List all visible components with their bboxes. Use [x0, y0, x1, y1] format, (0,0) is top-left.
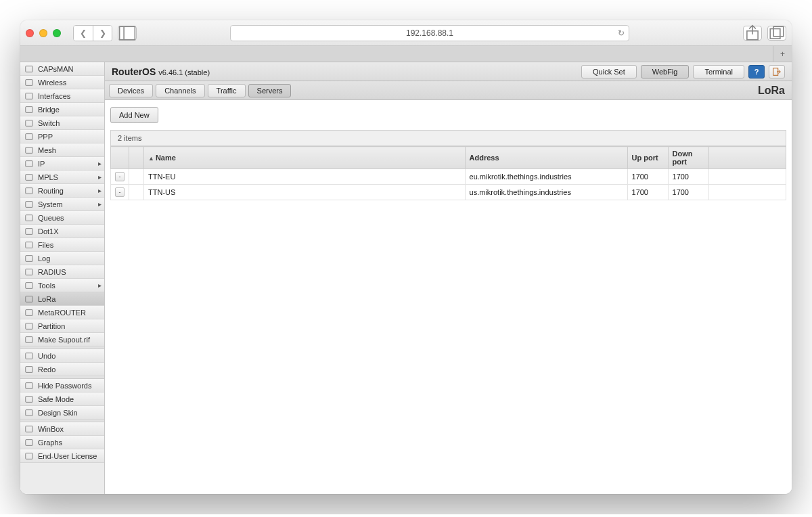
svg-rect-0 [120, 26, 135, 40]
sidebar-item-routing[interactable]: Routing▸ [20, 184, 104, 198]
quick-set-button[interactable]: Quick Set [581, 65, 637, 78]
col-blank[interactable] [129, 147, 144, 169]
sidebar-item-queues[interactable]: Queues [20, 211, 104, 225]
menu-icon [24, 281, 34, 290]
menu-icon [24, 321, 34, 331]
svg-rect-4 [773, 26, 784, 37]
forward-button[interactable]: ❯ [93, 26, 112, 41]
menu-icon [24, 213, 34, 223]
tab-servers[interactable]: Servers [248, 84, 292, 97]
tab-traffic[interactable]: Traffic [208, 84, 246, 97]
sidebar-item-label: Dot1X [38, 227, 59, 235]
svg-rect-5 [26, 66, 33, 72]
reload-icon[interactable]: ↻ [618, 28, 625, 38]
cell-up-port: 1700 [627, 169, 668, 185]
sidebar-item-label: Switch [38, 119, 60, 127]
sidebar-item-label: Queues [38, 214, 64, 222]
sidebar-item-bridge[interactable]: Bridge [20, 103, 104, 116]
svg-rect-18 [26, 242, 33, 248]
sidebar-item-ip[interactable]: IP▸ [20, 157, 104, 171]
sidebar-item-end-user-license[interactable]: End-User License [20, 449, 104, 463]
item-count: 2 items [110, 130, 786, 146]
terminal-button[interactable]: Terminal [693, 65, 744, 78]
sidebar-item-metarouter[interactable]: MetaROUTER [20, 306, 104, 319]
cell-up-port: 1700 [627, 185, 668, 200]
table-row[interactable]: -TTN-USus.mikrotik.thethings.industries1… [111, 185, 786, 200]
sidebar-item-wireless[interactable]: Wireless [20, 76, 104, 89]
content-panel: Add New 2 items ▲Name Address Up port Do… [105, 100, 792, 494]
sidebar-item-label: Bridge [38, 106, 60, 114]
svg-rect-31 [26, 426, 33, 432]
sidebar-item-label: System [38, 200, 63, 208]
menu-icon [24, 173, 34, 182]
sidebar-item-design-skin[interactable]: Design Skin [20, 406, 104, 420]
sidebar-item-label: RADIUS [38, 268, 66, 276]
sidebar-item-partition[interactable]: Partition [20, 319, 104, 333]
svg-rect-16 [26, 215, 33, 221]
svg-rect-32 [26, 439, 33, 445]
sidebar-item-system[interactable]: System▸ [20, 198, 104, 211]
svg-rect-26 [26, 353, 33, 359]
menu-icon [24, 381, 34, 390]
sidebar-item-interfaces[interactable]: Interfaces [20, 89, 104, 103]
col-toggle[interactable] [111, 147, 129, 169]
sidebar-item-files[interactable]: Files [20, 238, 104, 252]
sidebar-item-label: CAPsMAN [38, 65, 74, 73]
sidebar-item-label: Make Supout.rif [38, 336, 90, 344]
sidebar-item-make-supout-rif[interactable]: Make Supout.rif [20, 333, 104, 346]
col-down-port[interactable]: Down port [668, 147, 708, 169]
tabs-row: Devices Channels Traffic Servers LoRa [105, 81, 792, 100]
minimize-icon[interactable] [39, 29, 47, 37]
menu-icon [24, 254, 34, 263]
sidebar-item-radius[interactable]: RADIUS [20, 265, 104, 279]
menu-icon [24, 395, 34, 404]
col-address[interactable]: Address [465, 147, 627, 169]
sidebar-item-ppp[interactable]: PPP [20, 130, 104, 143]
tab-channels[interactable]: Channels [156, 84, 204, 97]
url-bar[interactable]: 192.168.88.1 ↻ [230, 25, 629, 41]
cell-address: eu.mikrotik.thethings.industries [465, 169, 627, 185]
sidebar-item-log[interactable]: Log [20, 252, 104, 265]
tab-devices[interactable]: Devices [109, 84, 153, 97]
sidebar-item-label: Design Skin [38, 409, 78, 417]
maximize-icon[interactable] [53, 29, 61, 37]
share-icon[interactable] [743, 26, 762, 41]
new-tab-button[interactable]: + [773, 46, 792, 62]
webfig-button[interactable]: WebFig [641, 65, 690, 78]
back-button[interactable]: ❮ [74, 26, 93, 41]
sidebar-toggle-icon[interactable] [118, 26, 137, 41]
version-label: v6.46.1 (stable) [158, 68, 210, 76]
sidebar-item-dot1x[interactable]: Dot1X [20, 225, 104, 238]
sidebar-item-switch[interactable]: Switch [20, 116, 104, 130]
sidebar-item-capsman[interactable]: CAPsMAN [20, 62, 104, 76]
close-icon[interactable] [26, 29, 34, 37]
logout-button[interactable] [769, 65, 785, 78]
row-toggle-button[interactable]: - [115, 172, 125, 181]
menu-icon [24, 335, 34, 344]
url-text: 192.168.88.1 [406, 28, 453, 38]
table-row[interactable]: -TTN-EUeu.mikrotik.thethings.industries1… [111, 169, 786, 185]
add-new-button[interactable]: Add New [110, 107, 158, 123]
sidebar-item-lora[interactable]: LoRa [20, 292, 104, 306]
col-up-port[interactable]: Up port [627, 147, 668, 169]
sidebar-item-hide-passwords[interactable]: Hide Passwords [20, 379, 104, 392]
tabs-icon[interactable] [767, 26, 786, 41]
servers-table: ▲Name Address Up port Down port -TTN-EUe… [110, 146, 786, 200]
sidebar-item-safe-mode[interactable]: Safe Mode [20, 392, 104, 406]
sidebar-item-winbox[interactable]: WinBox [20, 422, 104, 436]
sidebar-item-tools[interactable]: Tools▸ [20, 279, 104, 292]
sidebar-item-graphs[interactable]: Graphs [20, 436, 104, 449]
col-rest [708, 147, 786, 169]
sidebar-item-undo[interactable]: Undo [20, 349, 104, 363]
svg-rect-3 [770, 28, 780, 39]
help-button[interactable]: ? [748, 65, 765, 78]
col-name[interactable]: ▲Name [144, 147, 466, 169]
svg-rect-14 [26, 187, 33, 194]
sidebar-item-mpls[interactable]: MPLS▸ [20, 171, 104, 184]
sidebar-item-redo[interactable]: Redo [20, 363, 104, 376]
row-toggle-button[interactable]: - [115, 187, 125, 197]
svg-rect-30 [26, 409, 33, 415]
svg-rect-12 [26, 160, 33, 166]
sidebar-item-mesh[interactable]: Mesh [20, 143, 104, 157]
mode-buttons: Quick Set WebFig Terminal ? [581, 65, 785, 78]
